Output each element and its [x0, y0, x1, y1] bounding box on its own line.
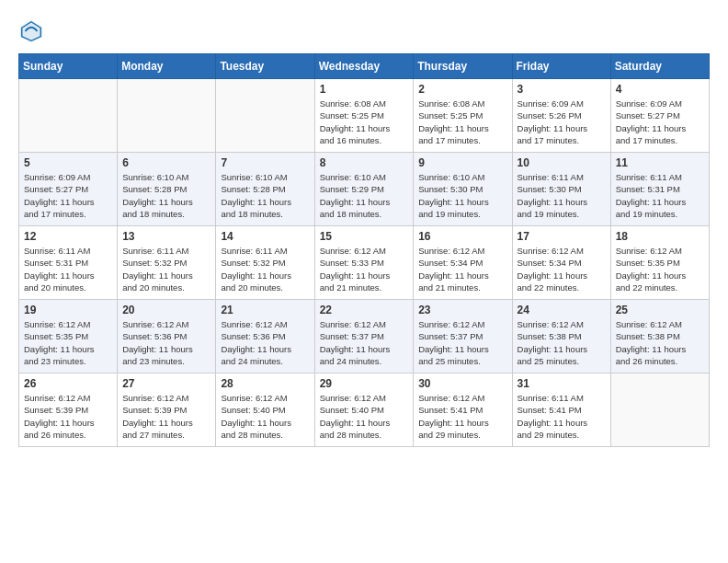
calendar-cell: 30Sunrise: 6:12 AM Sunset: 5:41 PM Dayli…	[414, 373, 512, 447]
day-number: 25	[616, 304, 704, 316]
day-number: 17	[518, 230, 606, 243]
calendar-week-row: 12Sunrise: 6:11 AM Sunset: 5:31 PM Dayli…	[19, 226, 710, 300]
day-number: 1	[320, 83, 409, 96]
day-info: Sunrise: 6:12 AM Sunset: 5:35 PM Dayligh…	[24, 318, 112, 367]
calendar-cell: 15Sunrise: 6:12 AM Sunset: 5:33 PM Dayli…	[314, 226, 414, 300]
day-number: 13	[122, 230, 210, 243]
day-info: Sunrise: 6:12 AM Sunset: 5:35 PM Dayligh…	[616, 245, 704, 293]
calendar-week-row: 19Sunrise: 6:12 AM Sunset: 5:35 PM Dayli…	[19, 300, 710, 373]
calendar-cell: 19Sunrise: 6:12 AM Sunset: 5:35 PM Dayli…	[19, 300, 118, 373]
day-info: Sunrise: 6:12 AM Sunset: 5:36 PM Dayligh…	[122, 318, 210, 367]
calendar-cell	[216, 79, 314, 153]
day-of-week-header: Friday	[512, 54, 610, 79]
day-number: 7	[221, 156, 309, 169]
day-info: Sunrise: 6:12 AM Sunset: 5:38 PM Dayligh…	[616, 318, 704, 367]
day-info: Sunrise: 6:10 AM Sunset: 5:29 PM Dayligh…	[320, 171, 409, 220]
calendar-cell: 7Sunrise: 6:10 AM Sunset: 5:28 PM Daylig…	[216, 153, 314, 226]
day-info: Sunrise: 6:08 AM Sunset: 5:25 PM Dayligh…	[320, 98, 409, 146]
day-number: 4	[616, 83, 704, 96]
calendar-cell: 24Sunrise: 6:12 AM Sunset: 5:38 PM Dayli…	[512, 300, 610, 373]
calendar-cell: 1Sunrise: 6:08 AM Sunset: 5:25 PM Daylig…	[314, 79, 414, 153]
day-info: Sunrise: 6:12 AM Sunset: 5:40 PM Dayligh…	[320, 392, 409, 441]
day-info: Sunrise: 6:12 AM Sunset: 5:39 PM Dayligh…	[122, 392, 210, 441]
day-number: 21	[221, 304, 309, 316]
day-number: 11	[616, 156, 704, 169]
calendar-table: SundayMondayTuesdayWednesdayThursdayFrid…	[18, 53, 710, 447]
day-number: 28	[221, 377, 309, 390]
calendar-cell: 9Sunrise: 6:10 AM Sunset: 5:30 PM Daylig…	[414, 153, 512, 226]
calendar-cell: 18Sunrise: 6:12 AM Sunset: 5:35 PM Dayli…	[610, 226, 709, 300]
calendar-cell: 25Sunrise: 6:12 AM Sunset: 5:38 PM Dayli…	[610, 300, 709, 373]
day-info: Sunrise: 6:11 AM Sunset: 5:30 PM Dayligh…	[518, 171, 606, 220]
calendar-cell: 14Sunrise: 6:11 AM Sunset: 5:32 PM Dayli…	[216, 226, 314, 300]
calendar-cell: 16Sunrise: 6:12 AM Sunset: 5:34 PM Dayli…	[414, 226, 512, 300]
day-number: 2	[418, 83, 506, 96]
logo-icon	[18, 18, 44, 44]
day-number: 24	[518, 304, 606, 316]
day-info: Sunrise: 6:10 AM Sunset: 5:28 PM Dayligh…	[122, 171, 210, 220]
calendar-cell	[19, 79, 118, 153]
day-of-week-header: Wednesday	[314, 54, 414, 79]
calendar-cell: 13Sunrise: 6:11 AM Sunset: 5:32 PM Dayli…	[118, 226, 216, 300]
calendar-cell: 29Sunrise: 6:12 AM Sunset: 5:40 PM Dayli…	[314, 373, 414, 447]
day-number: 14	[221, 230, 309, 243]
calendar-cell: 6Sunrise: 6:10 AM Sunset: 5:28 PM Daylig…	[118, 153, 216, 226]
logo	[18, 18, 48, 44]
day-info: Sunrise: 6:11 AM Sunset: 5:32 PM Dayligh…	[122, 245, 210, 293]
day-info: Sunrise: 6:11 AM Sunset: 5:41 PM Dayligh…	[518, 392, 606, 441]
calendar-cell: 4Sunrise: 6:09 AM Sunset: 5:27 PM Daylig…	[610, 79, 709, 153]
day-info: Sunrise: 6:12 AM Sunset: 5:37 PM Dayligh…	[320, 318, 409, 367]
day-of-week-header: Thursday	[414, 54, 512, 79]
calendar-cell: 10Sunrise: 6:11 AM Sunset: 5:30 PM Dayli…	[512, 153, 610, 226]
calendar-cell	[118, 79, 216, 153]
day-number: 9	[418, 156, 506, 169]
calendar-cell	[610, 373, 709, 447]
calendar-week-row: 1Sunrise: 6:08 AM Sunset: 5:25 PM Daylig…	[19, 79, 710, 153]
day-info: Sunrise: 6:09 AM Sunset: 5:27 PM Dayligh…	[24, 171, 112, 220]
day-number: 26	[24, 377, 112, 390]
day-info: Sunrise: 6:11 AM Sunset: 5:31 PM Dayligh…	[24, 245, 112, 293]
day-info: Sunrise: 6:12 AM Sunset: 5:36 PM Dayligh…	[221, 318, 309, 367]
calendar-cell: 3Sunrise: 6:09 AM Sunset: 5:26 PM Daylig…	[512, 79, 610, 153]
day-number: 30	[418, 377, 506, 390]
calendar-cell: 31Sunrise: 6:11 AM Sunset: 5:41 PM Dayli…	[512, 373, 610, 447]
day-info: Sunrise: 6:12 AM Sunset: 5:40 PM Dayligh…	[221, 392, 309, 441]
day-info: Sunrise: 6:09 AM Sunset: 5:27 PM Dayligh…	[616, 98, 704, 146]
day-number: 5	[24, 156, 112, 169]
calendar-week-row: 26Sunrise: 6:12 AM Sunset: 5:39 PM Dayli…	[19, 373, 710, 447]
calendar-cell: 8Sunrise: 6:10 AM Sunset: 5:29 PM Daylig…	[314, 153, 414, 226]
day-info: Sunrise: 6:12 AM Sunset: 5:39 PM Dayligh…	[24, 392, 112, 441]
day-of-week-header: Sunday	[19, 54, 118, 79]
page-header	[18, 18, 710, 44]
day-of-week-header: Monday	[118, 54, 216, 79]
calendar-cell: 28Sunrise: 6:12 AM Sunset: 5:40 PM Dayli…	[216, 373, 314, 447]
calendar-header-row: SundayMondayTuesdayWednesdayThursdayFrid…	[19, 54, 710, 79]
day-number: 23	[418, 304, 506, 316]
svg-marker-0	[20, 20, 42, 42]
calendar-cell: 22Sunrise: 6:12 AM Sunset: 5:37 PM Dayli…	[314, 300, 414, 373]
day-number: 20	[122, 304, 210, 316]
day-info: Sunrise: 6:12 AM Sunset: 5:34 PM Dayligh…	[518, 245, 606, 293]
day-info: Sunrise: 6:08 AM Sunset: 5:25 PM Dayligh…	[418, 98, 506, 146]
calendar-week-row: 5Sunrise: 6:09 AM Sunset: 5:27 PM Daylig…	[19, 153, 710, 226]
day-number: 16	[418, 230, 506, 243]
day-number: 12	[24, 230, 112, 243]
day-of-week-header: Tuesday	[216, 54, 314, 79]
calendar-cell: 12Sunrise: 6:11 AM Sunset: 5:31 PM Dayli…	[19, 226, 118, 300]
calendar-cell: 5Sunrise: 6:09 AM Sunset: 5:27 PM Daylig…	[19, 153, 118, 226]
calendar-cell: 27Sunrise: 6:12 AM Sunset: 5:39 PM Dayli…	[118, 373, 216, 447]
calendar-cell: 23Sunrise: 6:12 AM Sunset: 5:37 PM Dayli…	[414, 300, 512, 373]
day-number: 6	[122, 156, 210, 169]
calendar-cell: 21Sunrise: 6:12 AM Sunset: 5:36 PM Dayli…	[216, 300, 314, 373]
day-number: 19	[24, 304, 112, 316]
day-info: Sunrise: 6:12 AM Sunset: 5:37 PM Dayligh…	[418, 318, 506, 367]
day-info: Sunrise: 6:12 AM Sunset: 5:34 PM Dayligh…	[418, 245, 506, 293]
calendar-cell: 17Sunrise: 6:12 AM Sunset: 5:34 PM Dayli…	[512, 226, 610, 300]
calendar-cell: 11Sunrise: 6:11 AM Sunset: 5:31 PM Dayli…	[610, 153, 709, 226]
calendar-cell: 2Sunrise: 6:08 AM Sunset: 5:25 PM Daylig…	[414, 79, 512, 153]
day-info: Sunrise: 6:11 AM Sunset: 5:31 PM Dayligh…	[616, 171, 704, 220]
day-number: 29	[320, 377, 409, 390]
day-info: Sunrise: 6:11 AM Sunset: 5:32 PM Dayligh…	[221, 245, 309, 293]
day-info: Sunrise: 6:10 AM Sunset: 5:28 PM Dayligh…	[221, 171, 309, 220]
day-info: Sunrise: 6:12 AM Sunset: 5:41 PM Dayligh…	[418, 392, 506, 441]
